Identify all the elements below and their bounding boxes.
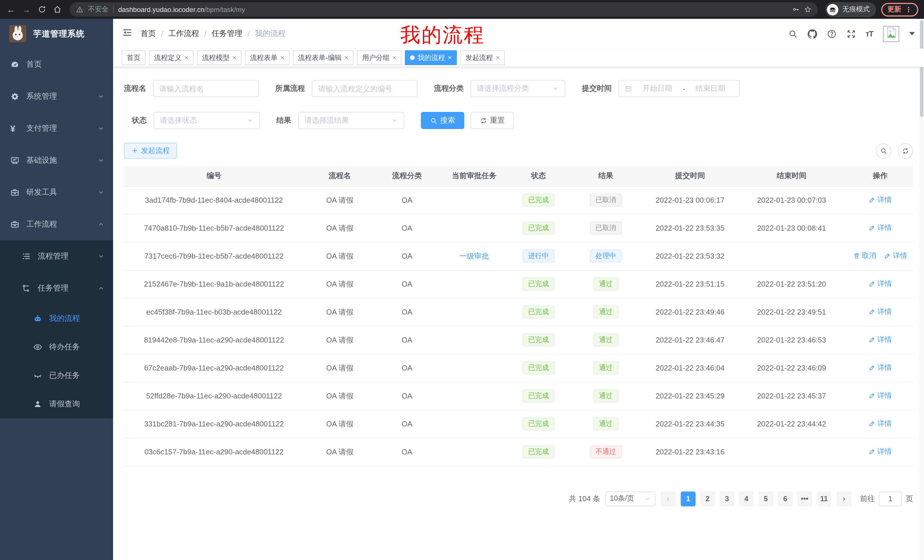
reset-button[interactable]: 重置 bbox=[471, 112, 514, 129]
refresh-table-button[interactable] bbox=[898, 143, 913, 159]
close-icon[interactable]: × bbox=[392, 54, 396, 61]
home-icon[interactable] bbox=[52, 5, 62, 14]
close-icon[interactable]: × bbox=[496, 54, 500, 61]
close-icon[interactable]: × bbox=[184, 54, 189, 61]
cell-current-task bbox=[439, 298, 510, 326]
approval-task-link[interactable]: 一级审批 bbox=[459, 252, 489, 260]
page-size-select[interactable]: 10条/页 bbox=[605, 491, 656, 506]
security-label[interactable]: 不安全 bbox=[88, 4, 108, 14]
sidebar-item-devtools[interactable]: 研发工具 bbox=[0, 177, 113, 208]
cell-actions: 详情 bbox=[848, 186, 913, 214]
status-label: 状态 bbox=[132, 115, 147, 126]
tab-process-model[interactable]: 流程模型× bbox=[197, 50, 242, 65]
sidebar-item-home[interactable]: 首页 bbox=[0, 48, 113, 81]
page-button-3[interactable]: 3 bbox=[720, 491, 734, 506]
search-button[interactable]: 搜索 bbox=[421, 112, 464, 129]
sidebar-item-process-mgmt[interactable]: 流程管理 bbox=[0, 240, 113, 272]
search-icon[interactable] bbox=[788, 29, 798, 39]
url-text[interactable]: dashboard.yudao.iocoder.cn/bpm/task/my bbox=[118, 5, 245, 13]
kebab-menu-icon[interactable]: ⋮ bbox=[905, 5, 912, 13]
create-process-button[interactable]: 发起流程 bbox=[124, 143, 177, 159]
tab-start-process[interactable]: 发起流程× bbox=[460, 50, 505, 65]
detail-action-link[interactable]: 详情 bbox=[869, 307, 892, 317]
detail-action-link[interactable]: 详情 bbox=[869, 195, 892, 205]
toggle-search-button[interactable] bbox=[876, 143, 891, 159]
sidebar-item-todo-tasks[interactable]: 待办任务 bbox=[0, 333, 113, 361]
process-name-input[interactable] bbox=[153, 80, 259, 97]
tab-process-form-edit[interactable]: 流程表单-编辑× bbox=[293, 50, 354, 65]
page-button-2[interactable]: 2 bbox=[700, 491, 715, 506]
star-icon[interactable] bbox=[804, 6, 812, 13]
address-bar[interactable]: 不安全 dashboard.yudao.iocoder.cn/bpm/task/… bbox=[70, 2, 818, 16]
page-ellipsis[interactable]: ••• bbox=[797, 491, 812, 506]
update-button[interactable]: 更新 ⋮ bbox=[881, 3, 918, 16]
cell-status: 已完成 bbox=[510, 214, 567, 242]
hamburger-icon[interactable] bbox=[122, 27, 132, 40]
tab-process-definition[interactable]: 流程定义× bbox=[149, 50, 194, 65]
sidebar-item-done-tasks[interactable]: 已办任务 bbox=[0, 361, 113, 390]
next-page-button[interactable]: › bbox=[837, 491, 852, 506]
detail-action-link[interactable]: 详情 bbox=[869, 447, 892, 457]
close-icon[interactable]: × bbox=[344, 54, 348, 61]
cell-status: 进行中 bbox=[510, 242, 567, 270]
page-button-11[interactable]: 11 bbox=[817, 491, 831, 506]
category-select[interactable]: 请选择流程分类 bbox=[471, 80, 566, 97]
cell-end-time: 2022-01-22 23:46:53 bbox=[736, 326, 848, 354]
detail-action-link[interactable]: 详情 bbox=[869, 335, 892, 345]
breadcrumb-task-mgmt[interactable]: 任务管理 bbox=[212, 28, 242, 39]
help-icon[interactable] bbox=[826, 29, 836, 39]
close-icon[interactable]: × bbox=[232, 54, 236, 61]
reload-icon[interactable] bbox=[36, 5, 47, 14]
cell-submit-time: 2022-01-22 23:49:46 bbox=[645, 298, 736, 326]
sidebar-item-my-process[interactable]: 我的流程 bbox=[0, 304, 113, 333]
font-size-icon[interactable]: тT bbox=[866, 29, 873, 38]
sidebar-item-infra[interactable]: 基础设施 bbox=[0, 144, 113, 177]
date-range-picker[interactable]: 开始日期 - 结束日期 bbox=[618, 80, 740, 97]
key-icon[interactable] bbox=[792, 6, 800, 13]
end-date-placeholder[interactable]: 结束日期 bbox=[687, 83, 733, 94]
page-button-1[interactable]: 1 bbox=[681, 491, 696, 506]
result-select[interactable]: 请选择流结果 bbox=[298, 112, 404, 129]
forward-icon[interactable]: → bbox=[21, 5, 32, 14]
tab-process-form[interactable]: 流程表单× bbox=[245, 50, 290, 65]
sidebar-item-task-mgmt[interactable]: 任务管理 bbox=[0, 272, 113, 304]
sidebar-item-system[interactable]: 系统管理 bbox=[0, 81, 113, 112]
breadcrumb-home[interactable]: 首页 bbox=[141, 28, 156, 39]
prev-page-button[interactable]: ‹ bbox=[661, 491, 676, 506]
cell-process-name: OA 请假 bbox=[304, 214, 375, 242]
github-icon[interactable] bbox=[807, 29, 817, 39]
tab-home[interactable]: 首页 bbox=[122, 50, 146, 65]
page-button-4[interactable]: 4 bbox=[739, 491, 754, 506]
detail-action-link[interactable]: 详情 bbox=[869, 223, 892, 233]
page-button-6[interactable]: 6 bbox=[778, 491, 793, 506]
detail-action-link[interactable]: 详情 bbox=[869, 391, 892, 401]
app-title: 芋道管理系统 bbox=[33, 28, 84, 39]
parent-process-input[interactable] bbox=[312, 80, 417, 97]
detail-action-link[interactable]: 详情 bbox=[869, 419, 892, 429]
detail-action-link[interactable]: 详情 bbox=[869, 279, 892, 289]
scrollbar-thumb[interactable] bbox=[920, 20, 923, 117]
scrollbar[interactable] bbox=[920, 19, 924, 560]
sidebar-item-payment[interactable]: ¥支付管理 bbox=[0, 112, 113, 144]
sidebar-logo[interactable]: 芋道管理系统 bbox=[0, 19, 113, 48]
close-icon[interactable]: × bbox=[280, 54, 284, 61]
status-badge: 已完成 bbox=[522, 389, 555, 403]
tab-user-group[interactable]: 用户分组× bbox=[357, 50, 402, 65]
sidebar-item-leave-query[interactable]: 请假查询 bbox=[0, 390, 113, 418]
sidebar-item-workflow[interactable]: 工作流程 bbox=[0, 208, 113, 240]
goto-page-input[interactable] bbox=[879, 491, 902, 506]
detail-action-link[interactable]: 详情 bbox=[869, 363, 892, 373]
page-button-5[interactable]: 5 bbox=[758, 491, 773, 506]
fullscreen-icon[interactable] bbox=[846, 29, 856, 39]
start-date-placeholder[interactable]: 开始日期 bbox=[634, 83, 680, 94]
back-icon[interactable]: ← bbox=[6, 5, 16, 14]
close-icon[interactable]: × bbox=[448, 54, 452, 61]
avatar[interactable] bbox=[883, 25, 900, 42]
detail-action-link[interactable]: 详情 bbox=[884, 251, 907, 261]
chevron-down-icon[interactable] bbox=[909, 32, 915, 35]
status-select[interactable]: 请选择状态 bbox=[154, 112, 260, 129]
breadcrumb-workflow[interactable]: 工作流程 bbox=[168, 28, 199, 39]
table-row: 819442e8-7b9a-11ec-a290-acde48001122OA 请… bbox=[124, 326, 913, 354]
tab-my-process[interactable]: 我的流程× bbox=[405, 50, 457, 65]
cancel-action-link[interactable]: 取消 bbox=[854, 251, 876, 261]
